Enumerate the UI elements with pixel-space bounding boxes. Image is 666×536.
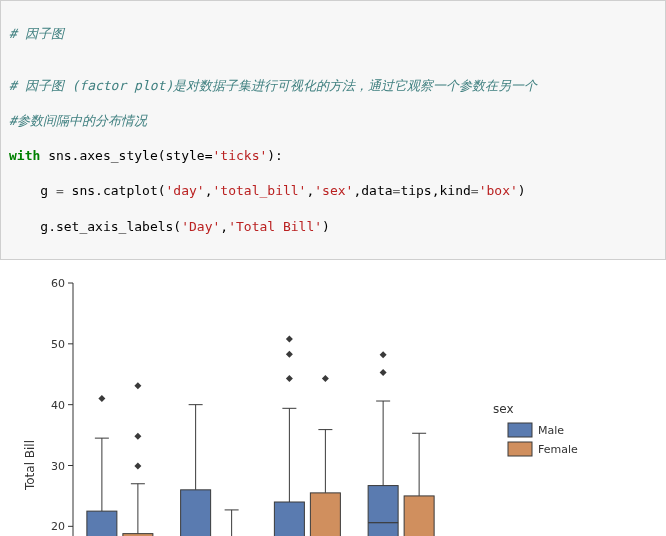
box-male-thur [87,511,117,536]
y-tick-label: 60 [51,277,65,290]
legend-label-male: Male [538,424,564,437]
y-tick-label: 20 [51,520,65,533]
code-cell: # 因子图 # 因子图 (factor plot)是对数据子集进行可视化的方法，… [0,0,666,260]
box-female-sat [310,493,340,536]
code-comment-2b: #参数间隔中的分布情况 [9,113,147,128]
box-female-sun [404,496,434,536]
y-tick-label: 50 [51,337,65,350]
outlier-point [134,382,141,389]
outlier-point [98,395,105,402]
outlier-point [286,335,293,342]
legend-swatch-male [508,423,532,437]
code-comment-1: # 因子图 [9,26,64,41]
outlier-point [380,369,387,376]
legend-swatch-female [508,442,532,456]
legend-title: sex [493,402,514,416]
box-male-sat [274,502,304,536]
outlier-point [286,350,293,357]
y-axis-label: Total Bill [23,440,37,491]
outlier-point [134,462,141,469]
y-axis-ticks: 0102030405060 [51,277,73,536]
box-male-fri [181,489,211,536]
outlier-point [380,351,387,358]
legend-label-female: Female [538,443,578,456]
code-comment-2a: # 因子图 (factor plot)是对数据子集进行可视化的方法，通过它观察一… [9,78,537,93]
y-tick-label: 40 [51,398,65,411]
chart-output: Total Bill Day 0102030405060 ThurFriSatS… [0,260,666,536]
boxplot-chart: Total Bill Day 0102030405060 ThurFriSatS… [18,268,618,536]
outlier-point [286,375,293,382]
legend: sex Male Female [493,402,578,456]
box-male-sun [368,485,398,536]
outlier-point [322,375,329,382]
y-tick-label: 30 [51,459,65,472]
code-kw-with: with [9,148,40,163]
outlier-point [134,432,141,439]
